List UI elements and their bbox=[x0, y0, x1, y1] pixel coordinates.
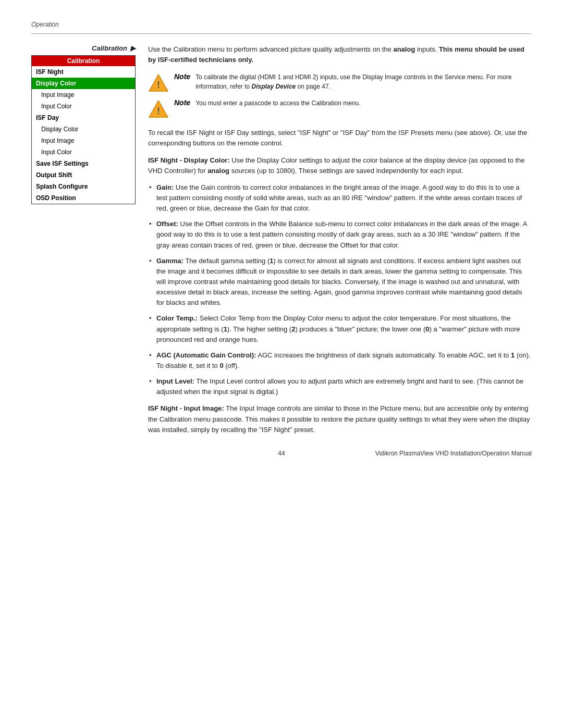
intro-paragraph: Use the Calibration menu to perform adva… bbox=[148, 44, 532, 65]
menu-item-splash-configure[interactable]: Splash Configure bbox=[32, 181, 135, 192]
header-divider bbox=[31, 33, 532, 34]
note2-icon: ! bbox=[148, 98, 169, 119]
bullet-gamma-label: Gamma: bbox=[156, 257, 183, 265]
right-column: Use the Calibration menu to perform adva… bbox=[148, 44, 532, 441]
menu-item-display-color-night[interactable]: Display Color bbox=[32, 78, 135, 89]
note2-label: Note bbox=[174, 98, 190, 107]
menu-item-save-isf[interactable]: Save ISF Settings bbox=[32, 158, 135, 169]
calibration-label: Calibration ▶ bbox=[31, 44, 136, 52]
isf-night-display-color-paragraph: ISF Night - Display Color: Use the Displ… bbox=[148, 155, 532, 176]
main-layout: Calibration ▶ Calibration ISF Night Disp… bbox=[31, 44, 532, 441]
note1-area: ! Note To calibrate the digital (HDMI 1 … bbox=[148, 72, 532, 93]
warning-triangle-icon-2: ! bbox=[148, 98, 169, 119]
page-footer: 44 Vidikron PlasmaView VHD Installation/… bbox=[0, 450, 563, 457]
bullet-agc-label: AGC (Automatic Gain Control): bbox=[156, 351, 256, 359]
bullet-offset: Offset: Use the Offset controls in the W… bbox=[148, 219, 532, 250]
note1-text: To calibrate the digital (HDMI 1 and HDM… bbox=[195, 72, 532, 91]
page-container: Operation Calibration ▶ Calibration ISF … bbox=[0, 0, 563, 473]
note2-content: Note You must enter a passcode to access… bbox=[174, 98, 532, 108]
bullet-gain: Gain: Use the Gain controls to correct c… bbox=[148, 182, 532, 214]
menu-item-isf-day[interactable]: ISF Day bbox=[32, 112, 135, 124]
note2-text: You must enter a passcode to access the … bbox=[195, 98, 360, 108]
menu-item-input-image-night[interactable]: Input Image bbox=[32, 89, 135, 101]
note2-area: ! Note You must enter a passcode to acce… bbox=[148, 98, 532, 119]
warning-triangle-icon: ! bbox=[148, 72, 169, 93]
isf-night-analog-bold: analog bbox=[207, 167, 229, 175]
menu-item-output-shift[interactable]: Output Shift bbox=[32, 169, 135, 181]
svg-text:!: ! bbox=[157, 80, 160, 90]
doc-title: Vidikron PlasmaView VHD Installation/Ope… bbox=[375, 450, 532, 457]
menu-item-osd-position[interactable]: OSD Position bbox=[32, 192, 135, 204]
recall-paragraph: To recall the ISF Night or ISF Day setti… bbox=[148, 128, 532, 149]
menu-item-input-image-day[interactable]: Input Image bbox=[32, 135, 135, 146]
intro-bold-analog: analog bbox=[393, 45, 415, 53]
isf-night-input-image-paragraph: ISF Night - Input Image: The Input Image… bbox=[148, 403, 532, 435]
menu-item-input-color-day[interactable]: Input Color bbox=[32, 146, 135, 158]
note1-icon: ! bbox=[148, 72, 169, 93]
bullet-list: Gain: Use the Gain controls to correct c… bbox=[148, 182, 532, 398]
calibration-text: Calibration bbox=[92, 44, 127, 52]
isf-night-input-image-heading: ISF Night - Input Image: bbox=[148, 404, 224, 412]
page-number: 44 bbox=[278, 450, 285, 457]
bullet-input-level: Input Level: The Input Level control all… bbox=[148, 376, 532, 397]
bullet-agc: AGC (Automatic Gain Control): AGC increa… bbox=[148, 350, 532, 371]
menu-item-display-color-day[interactable]: Display Color bbox=[32, 124, 135, 135]
breadcrumb: Operation bbox=[31, 21, 532, 28]
bullet-color-temp: Color Temp.: Select Color Temp from the … bbox=[148, 313, 532, 344]
bullet-color-temp-label: Color Temp.: bbox=[156, 314, 198, 322]
intro-bold-warning: This menu should be used by ISF-certifie… bbox=[148, 45, 524, 64]
note1-label: Note bbox=[174, 72, 190, 81]
isf-night-display-color-heading: ISF Night - Display Color: bbox=[148, 156, 230, 164]
calibration-menu: Calibration ISF Night Display Color Inpu… bbox=[31, 55, 136, 204]
bullet-offset-label: Offset: bbox=[156, 220, 178, 228]
menu-item-isf-night[interactable]: ISF Night bbox=[32, 66, 135, 78]
left-column: Calibration ▶ Calibration ISF Night Disp… bbox=[31, 44, 136, 441]
bullet-gain-label: Gain: bbox=[156, 183, 174, 191]
menu-item-input-color-night[interactable]: Input Color bbox=[32, 101, 135, 112]
bullet-input-level-label: Input Level: bbox=[156, 377, 194, 385]
bullet-gamma: Gamma: The default gamma setting (1) is … bbox=[148, 256, 532, 309]
note1-bold: Display Device bbox=[252, 83, 296, 90]
menu-title: Calibration bbox=[32, 56, 135, 66]
calibration-arrow: ▶ bbox=[130, 44, 136, 52]
svg-text:!: ! bbox=[157, 106, 160, 116]
note1-content: Note To calibrate the digital (HDMI 1 an… bbox=[174, 72, 532, 91]
